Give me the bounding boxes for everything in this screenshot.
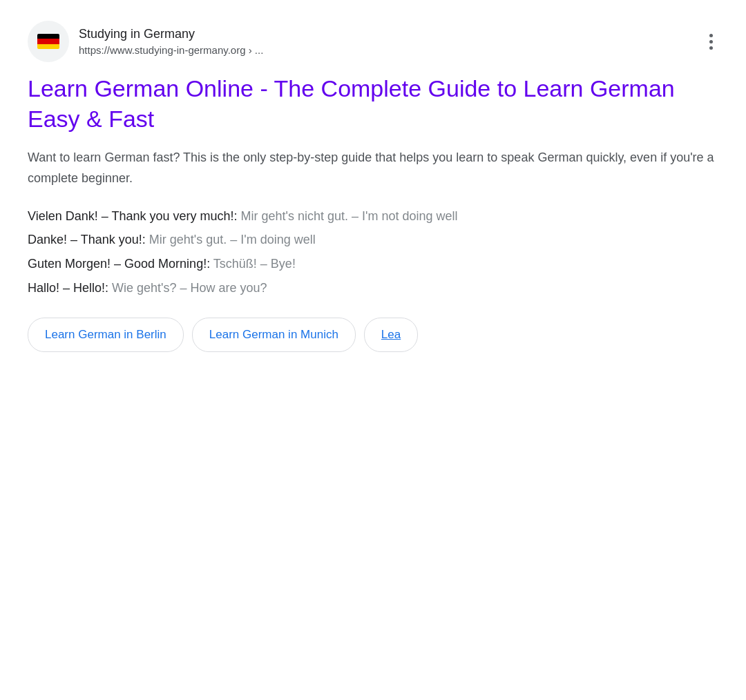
flag-red-stripe <box>37 39 59 43</box>
flag-black-stripe <box>37 34 59 39</box>
dot-2 <box>709 40 713 43</box>
site-info: Studying in Germany https://www.studying… <box>28 21 263 62</box>
dot-3 <box>709 46 713 50</box>
page-title[interactable]: Learn German Online - The Complete Guide… <box>28 73 718 134</box>
more-options-button[interactable] <box>704 28 718 55</box>
phrase-label-1: Vielen Dank! – Thank you very much!: <box>28 209 238 223</box>
site-header: Studying in Germany https://www.studying… <box>28 21 718 62</box>
german-flag-icon <box>37 34 59 49</box>
phrase-line-2: Danke! – Thank you!: Mir geht's gut. – I… <box>28 229 718 251</box>
favicon-container <box>28 21 69 62</box>
phrase-label-2: Danke! – Thank you!: <box>28 233 146 246</box>
page-description: Want to learn German fast? This is the o… <box>28 148 718 188</box>
phrase-translation-2: Mir geht's gut. – I'm doing well <box>146 233 316 246</box>
site-name: Studying in Germany <box>79 26 263 43</box>
phrases-section: Vielen Dank! – Thank you very much!: Mir… <box>28 206 718 298</box>
site-name-url: Studying in Germany https://www.studying… <box>79 26 263 57</box>
dot-1 <box>709 34 713 37</box>
phrase-line-3: Guten Morgen! – Good Morning!: Tschüß! –… <box>28 253 718 275</box>
related-link-partial[interactable]: Lea <box>364 318 418 352</box>
phrase-line-4: Hallo! – Hello!: Wie geht's? – How are y… <box>28 278 718 299</box>
phrase-translation-3: Tschüß! – Bye! <box>210 257 296 271</box>
search-result-card: Studying in Germany https://www.studying… <box>0 0 746 373</box>
related-link-munich[interactable]: Learn German in Munich <box>192 318 356 352</box>
phrase-translation-1: Mir geht's nicht gut. – I'm not doing we… <box>238 209 458 223</box>
phrase-line-1: Vielen Dank! – Thank you very much!: Mir… <box>28 206 718 227</box>
related-links: Learn German in Berlin Learn German in M… <box>28 318 718 352</box>
flag-yellow-stripe <box>37 44 59 49</box>
related-link-berlin[interactable]: Learn German in Berlin <box>28 318 184 352</box>
phrase-label-4: Hallo! – Hello!: <box>28 281 108 295</box>
phrase-label-3: Guten Morgen! – Good Morning!: <box>28 257 210 271</box>
phrase-translation-4: Wie geht's? – How are you? <box>108 281 267 295</box>
site-url: https://www.studying-in-germany.org › ..… <box>79 43 263 57</box>
